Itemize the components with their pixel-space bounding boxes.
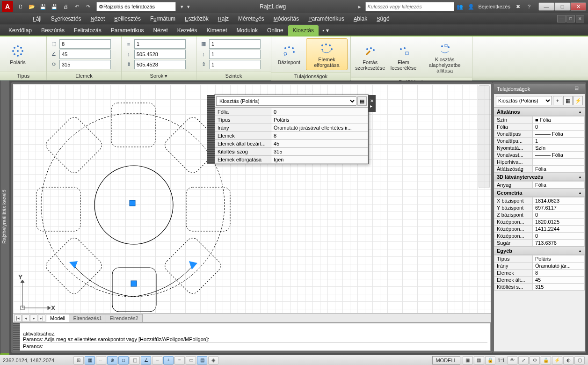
properties-pickadd-button[interactable]: + (553, 96, 562, 105)
properties-section-header[interactable]: Általános▲ (494, 108, 585, 116)
toolbar-lock-button[interactable]: 🔒 (541, 356, 551, 365)
qat-new-icon[interactable]: 🗋 (15, 1, 26, 12)
quick-properties-grip[interactable] (207, 95, 215, 164)
property-value[interactable]: 1820.0125 (533, 219, 585, 226)
properties-autohide-icon[interactable]: ⊟ (574, 85, 582, 93)
annotation-autoscale-button[interactable]: ⤢ (518, 356, 529, 365)
rotate-items-button[interactable]: Elemek elforgatása (306, 38, 348, 70)
tpy-toggle[interactable]: ▭ (186, 356, 196, 365)
rows-count-input[interactable] (134, 39, 186, 49)
levels-count-input[interactable] (209, 39, 261, 49)
qat-open-icon[interactable]: 📂 (27, 1, 37, 12)
ribbon-tab-annotate[interactable]: Feliratozás (69, 25, 106, 36)
properties-select-button[interactable]: ▦ (563, 96, 573, 105)
menu-draw[interactable]: Rajz (213, 14, 233, 23)
otrack-toggle[interactable]: ∠ (141, 356, 151, 365)
properties-section-header[interactable]: Geometria▲ (494, 189, 585, 197)
property-value[interactable]: ——— Fólia (533, 152, 585, 159)
qat-save-icon[interactable]: 💾 (38, 1, 48, 12)
qp-val[interactable]: 0 (271, 108, 368, 116)
clean-screen-button[interactable]: ▢ (574, 356, 585, 365)
property-value[interactable]: 8 (533, 270, 585, 277)
menu-parametric[interactable]: Paraméterikus (304, 14, 349, 23)
menu-file[interactable]: FFájlájl (28, 14, 46, 23)
property-value[interactable]: 1814.0623 (533, 197, 585, 204)
basepoint-button[interactable]: Bázispont (274, 41, 304, 67)
property-value[interactable]: 697.6117 (533, 204, 585, 212)
layout-tab-model[interactable]: Modell (46, 314, 69, 322)
property-value[interactable]: 0 (533, 124, 585, 131)
quick-properties-panel[interactable]: ✕▸ Kiosztás (Poláris) ▦ Fólia0 TípusPolá… (214, 95, 369, 164)
search-input[interactable] (365, 2, 454, 11)
property-value[interactable]: 315 (533, 284, 585, 291)
drawing-recovery-tab[interactable]: Rajzhelyreállítás kezelő (0, 80, 9, 355)
hardware-accel-button[interactable]: ⚡ (552, 356, 562, 365)
annotation-scale-value[interactable]: 1:1 (498, 358, 505, 363)
layout-nav-prev[interactable]: ◂ (22, 314, 29, 322)
command-line[interactable]: aktiválásához. Parancs: Adja meg az elle… (20, 323, 491, 351)
reset-array-button[interactable]: Kiosztás alaphelyzetbe állítása (421, 38, 470, 76)
signin-label[interactable]: Bejelentkezés (479, 4, 511, 9)
items-fill-input[interactable] (59, 60, 111, 69)
layout-nav-next[interactable]: ▸ (30, 314, 37, 322)
property-value[interactable]: 1 (533, 138, 585, 145)
menu-view[interactable]: Nézet (86, 14, 110, 23)
property-value[interactable]: Poláris (533, 256, 585, 263)
properties-type-select[interactable]: Kiosztás (Poláris) (496, 96, 552, 105)
status-quickview-icon[interactable]: ▦ (474, 356, 484, 365)
status-layout-icon[interactable]: ▣ (463, 356, 473, 365)
sc-toggle[interactable]: ◉ (208, 356, 218, 365)
property-value[interactable]: 1411.2244 (533, 226, 585, 233)
qat-print-icon[interactable]: 🖨 (60, 1, 71, 12)
menu-modify[interactable]: Módosítás (269, 14, 304, 23)
properties-section-header[interactable]: 3D látványtervezés▲ (494, 173, 585, 181)
menu-help[interactable]: Súgó (372, 14, 394, 23)
layout-tab-layout1[interactable]: Elrendezés1 (69, 314, 106, 322)
signin-icon[interactable]: 👤 (466, 1, 476, 12)
layout-tab-layout2[interactable]: Elrendezés2 (106, 314, 143, 322)
navigation-bar[interactable] (479, 85, 490, 188)
mdi-close-button[interactable]: ✕ (576, 15, 584, 22)
property-value[interactable]: Fólia (533, 166, 585, 173)
annotation-scale-button[interactable]: 🔒 (485, 356, 495, 365)
property-value[interactable]: 45 (533, 277, 585, 284)
workspace-dropdown-icon[interactable]: ▾ (179, 2, 185, 11)
maximize-button[interactable]: □ (554, 2, 570, 11)
snap-toggle[interactable]: ⊞ (73, 356, 84, 365)
ribbon-tab-array[interactable]: Kiosztás (288, 25, 319, 36)
property-value[interactable]: 0 (533, 212, 585, 219)
properties-palette[interactable]: Tulajdonságok ⊟ Kiosztás (Poláris) + ▦ ⚡… (493, 82, 586, 353)
property-value[interactable]: 713.6376 (533, 240, 585, 247)
osnap-toggle[interactable]: □ (118, 356, 129, 365)
array-type-polar-button[interactable]: Poláris (3, 41, 33, 67)
ribbon-tab-home[interactable]: Kezdőlap (4, 25, 36, 36)
ducs-toggle[interactable]: ⌙ (152, 356, 162, 365)
qat-redo-icon[interactable]: ↷ (83, 1, 93, 12)
status-coordinates[interactable]: 2362.0124, 1487.2074 (3, 358, 73, 363)
menu-insert[interactable]: Beillesztés (109, 14, 145, 23)
levels-between-input[interactable] (209, 50, 261, 59)
ribbon-tab-view[interactable]: Nézet (148, 25, 172, 36)
quick-properties-close-button[interactable]: ✕▸ (368, 95, 376, 112)
menu-edit[interactable]: Szerkesztés (46, 14, 86, 23)
replace-item-button[interactable]: Elem lecserélése (389, 41, 419, 73)
command-prompt[interactable]: Parancs: (23, 342, 487, 349)
menu-dimension[interactable]: Méretezés (233, 14, 269, 23)
property-value[interactable]: ——— Fólia (533, 131, 585, 138)
app-logo[interactable]: A (2, 1, 13, 12)
layout-nav-last[interactable]: ▸| (38, 314, 45, 322)
properties-section-header[interactable]: Egyéb▲ (494, 247, 585, 255)
levels-total-input[interactable] (209, 60, 261, 69)
annotation-visibility-button[interactable]: 👁 (507, 356, 517, 365)
properties-quickselect-button[interactable]: ⚡ (573, 96, 583, 105)
ribbon-tab-manage[interactable]: Kezelés (173, 25, 202, 36)
polar-toggle[interactable]: ⊕ (107, 356, 117, 365)
model-space-button[interactable]: MODELL (432, 356, 460, 365)
isolate-objects-button[interactable]: ◐ (563, 356, 573, 365)
menu-tools[interactable]: Eszközök (180, 14, 213, 23)
layout-nav-first[interactable]: |◂ (14, 314, 22, 322)
rows-total-input[interactable] (134, 60, 186, 69)
property-value[interactable]: Óramutató jár... (533, 263, 585, 270)
quick-properties-options-button[interactable]: ▦ (357, 96, 367, 106)
infocenter-icon[interactable]: 👥 (455, 1, 465, 12)
